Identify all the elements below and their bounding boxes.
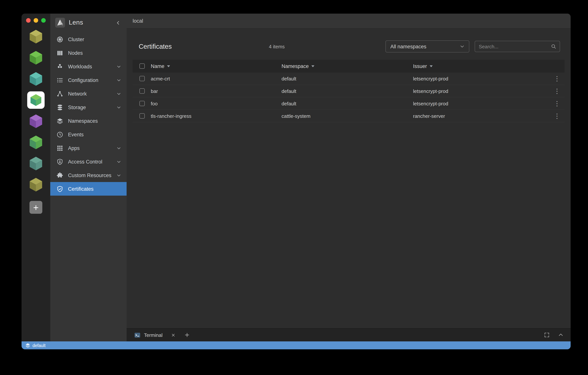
cluster-button[interactable] <box>27 49 45 66</box>
page-header: Certificates 4 items All namespaces <box>133 40 565 53</box>
cert-name: acme-crt <box>151 76 282 81</box>
row-checkbox[interactable] <box>139 88 145 94</box>
cluster-button[interactable] <box>27 134 45 151</box>
row-menu-button[interactable]: ⋮ <box>551 100 563 107</box>
network-icon <box>55 90 64 98</box>
sidebar-item-nodes[interactable]: Nodes <box>50 46 126 60</box>
breadcrumb: local <box>133 18 143 24</box>
configuration-icon <box>55 76 64 84</box>
row-menu-button[interactable]: ⋮ <box>551 87 563 95</box>
plus-icon <box>184 332 190 338</box>
sidebar-item-access-control[interactable]: Access Control <box>50 155 126 168</box>
search-icon <box>551 43 557 50</box>
row-menu-button[interactable]: ⋮ <box>551 75 563 82</box>
dock-controls <box>542 330 565 340</box>
sidebar-header: Lens <box>50 14 126 32</box>
terminal-icon <box>134 332 141 338</box>
column-header-namespace[interactable]: Namespace <box>282 63 413 69</box>
lens-window: + Lens Cluster <box>21 14 571 349</box>
cluster-cube-icon <box>28 28 44 45</box>
sidebar-item-storage[interactable]: Storage <box>50 101 126 114</box>
zoom-window-button[interactable] <box>41 18 46 23</box>
column-header-name[interactable]: Name <box>151 63 282 69</box>
cluster-cube-icon <box>28 113 44 130</box>
expand-dock-button[interactable] <box>556 330 565 340</box>
add-cluster-button[interactable]: + <box>30 201 42 214</box>
close-terminal-button[interactable] <box>168 330 178 340</box>
table-row[interactable]: acme-crt default letsencrypt-prod ⋮ <box>133 72 565 85</box>
namespaces-layers-icon <box>55 117 64 125</box>
cert-issuer: rancher-server <box>413 113 549 119</box>
chevron-down-icon <box>116 91 122 96</box>
cert-namespace: default <box>282 88 413 94</box>
maximize-dock-button[interactable] <box>542 330 551 340</box>
close-window-button[interactable] <box>26 18 31 23</box>
row-checkbox[interactable] <box>139 113 145 119</box>
namespace-layers-icon <box>25 343 30 348</box>
table-row[interactable]: tls-rancher-ingress cattle-system ranche… <box>133 110 565 122</box>
sidebar-item-custom-resources[interactable]: Custom Resources <box>50 168 126 182</box>
chevron-left-icon <box>115 20 121 26</box>
sidebar-item-namespaces[interactable]: Namespaces <box>50 114 126 128</box>
cluster-button[interactable] <box>27 112 45 130</box>
namespace-filter-select[interactable]: All namespaces <box>386 41 469 52</box>
terminal-tab[interactable]: Terminal <box>131 329 166 341</box>
table-row[interactable]: foo default letsencrypt-prod ⋮ <box>133 97 565 110</box>
cluster-button[interactable] <box>27 155 45 172</box>
sidebar-item-events[interactable]: Events <box>50 128 126 141</box>
select-all-checkbox[interactable] <box>139 63 145 69</box>
puzzle-icon <box>55 171 64 179</box>
app-name: Lens <box>69 19 83 26</box>
column-header-issuer[interactable]: Issuer <box>413 63 549 69</box>
cluster-rail: + <box>21 14 50 341</box>
search-input[interactable] <box>479 44 551 49</box>
row-checkbox[interactable] <box>139 101 145 106</box>
terminal-tab-label: Terminal <box>144 332 162 338</box>
cluster-button[interactable] <box>27 70 45 88</box>
cluster-cube-icon <box>28 50 44 66</box>
cert-namespace: cattle-system <box>282 113 413 119</box>
new-terminal-button[interactable] <box>182 330 192 340</box>
sidebar: Lens Cluster Nodes <box>50 14 126 341</box>
chevron-down-icon <box>116 64 122 69</box>
cluster-cube-icon <box>28 134 44 151</box>
minimize-window-button[interactable] <box>34 18 38 23</box>
sidebar-item-cluster[interactable]: Cluster <box>50 32 126 46</box>
desktop-background: + Lens Cluster <box>0 0 588 375</box>
table-row[interactable]: bar default letsencrypt-prod ⋮ <box>133 85 565 97</box>
sidebar-collapse-button[interactable] <box>113 18 123 28</box>
chevron-down-icon <box>116 172 122 178</box>
workloads-icon <box>55 62 64 71</box>
shield-user-icon <box>55 157 64 166</box>
chevron-down-icon <box>116 145 122 151</box>
chevron-down-icon <box>116 159 122 164</box>
sidebar-item-network[interactable]: Network <box>50 87 126 101</box>
nodes-icon <box>55 49 64 57</box>
cluster-cube-icon <box>28 176 44 193</box>
cert-issuer: letsencrypt-prod <box>413 88 549 94</box>
cert-namespace: default <box>282 76 413 81</box>
cluster-button[interactable] <box>27 176 45 193</box>
cert-name: bar <box>151 88 282 94</box>
chevron-up-icon <box>558 332 564 338</box>
items-count: 4 items <box>269 44 285 49</box>
cert-name: tls-rancher-ingress <box>151 113 282 119</box>
chevron-down-icon <box>116 77 122 83</box>
lens-logo-icon <box>55 18 65 28</box>
chevron-down-icon <box>116 104 122 110</box>
chevron-down-icon <box>459 43 465 50</box>
sidebar-item-certificates[interactable]: Certificates <box>50 182 126 196</box>
active-namespace-label[interactable]: default <box>32 343 45 348</box>
sidebar-item-configuration[interactable]: Configuration <box>50 73 126 87</box>
sidebar-item-apps[interactable]: Apps <box>50 141 126 155</box>
clock-icon <box>55 130 64 139</box>
namespace-filter-value: All namespaces <box>390 44 426 49</box>
cluster-button[interactable] <box>27 28 45 45</box>
sidebar-nav: Cluster Nodes Workloads <box>50 32 126 196</box>
window-controls <box>26 18 46 23</box>
cluster-button-active[interactable] <box>27 91 45 109</box>
row-checkbox[interactable] <box>139 76 145 81</box>
row-menu-button[interactable]: ⋮ <box>551 112 563 120</box>
sidebar-item-workloads[interactable]: Workloads <box>50 60 126 73</box>
close-icon <box>171 333 176 337</box>
